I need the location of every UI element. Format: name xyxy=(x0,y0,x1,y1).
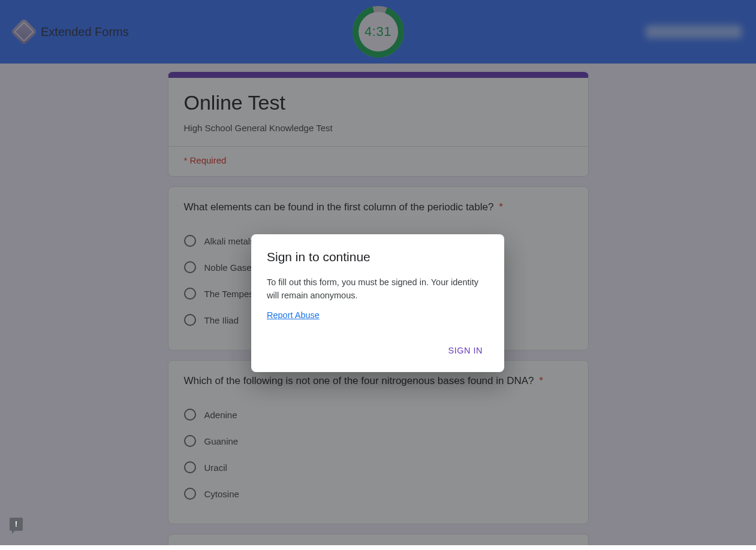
report-abuse-link[interactable]: Report Abuse xyxy=(267,310,320,320)
modal-title: Sign in to continue xyxy=(267,250,489,264)
bottom-strip xyxy=(0,545,756,550)
feedback-icon[interactable] xyxy=(10,518,23,531)
modal-message: To fill out this form, you must be signe… xyxy=(267,276,489,303)
signin-modal: Sign in to continue To fill out this for… xyxy=(251,234,504,372)
signin-button[interactable]: SIGN IN xyxy=(442,341,489,360)
